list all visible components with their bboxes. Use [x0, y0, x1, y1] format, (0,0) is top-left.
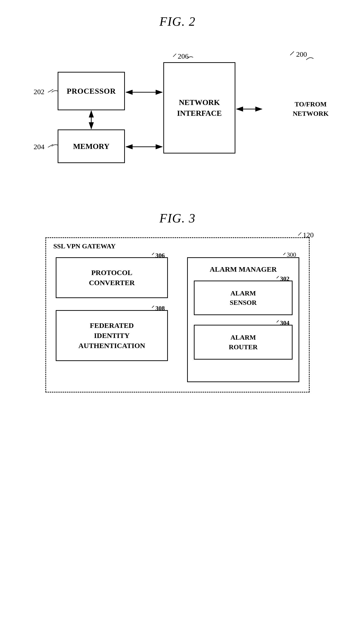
ref-304-label: 304: [280, 319, 290, 328]
protocol-line1: PROTOCOL: [61, 268, 162, 278]
protocol-converter-box: 306 PROTOCOL CONVERTER: [56, 257, 168, 298]
alarm-sensor-box: 302 ALARM SENSOR: [194, 280, 292, 315]
to-from-line1: TO/FROM: [293, 100, 328, 109]
ref-200-label: 200: [296, 50, 307, 58]
fig2-diagram: 200 202 204 206 PROCESSOR MEMORY NETWORK…: [19, 43, 336, 182]
alarm-router-line2: ROUTER: [198, 342, 288, 352]
alarm-sensor-line1: ALARM: [198, 288, 288, 298]
ref-204-label: 204: [34, 143, 44, 151]
to-from-label: TO/FROM NETWORK: [293, 100, 328, 118]
to-from-line2: NETWORK: [293, 109, 328, 118]
ni-line2: INTERFACE: [177, 108, 222, 119]
ssl-vpn-gateway-box: 120 SSL VPN GATEWAY 306 PROTOCOL CONVERT…: [46, 237, 310, 392]
alarm-sensor-line2: SENSOR: [198, 298, 288, 307]
ref-206-label: 206: [178, 52, 188, 60]
ref-300-label: 300: [287, 251, 296, 258]
federated-line1: FEDERATED: [61, 320, 162, 330]
federated-line3: AUTHENTICATION: [61, 340, 162, 351]
federated-line2: IDENTITY: [61, 330, 162, 340]
page: FIG. 2 200 202 204 206 PROCESSOR MEMORY …: [0, 0, 355, 644]
processor-box: PROCESSOR: [58, 72, 125, 110]
ref-202-label: 202: [34, 88, 44, 96]
fig3-inner-layout: 306 PROTOCOL CONVERTER 308 FEDERATED IDE…: [56, 257, 299, 382]
ref-306-label: 306: [156, 251, 165, 260]
ref-308-label: 308: [156, 304, 165, 313]
ref-302-label: 302: [280, 274, 290, 283]
ref-120-label: 120: [303, 231, 314, 239]
alarm-manager-label: ALARM MANAGER: [194, 265, 292, 273]
alarm-manager-box: 300 ALARM MANAGER 302 ALARM SENSOR 304 A…: [187, 257, 299, 382]
alarm-router-line1: ALARM: [198, 333, 288, 342]
fig2-title: FIG. 2: [19, 14, 336, 28]
network-interface-box: NETWORK INTERFACE: [163, 62, 236, 154]
memory-box: MEMORY: [58, 130, 125, 163]
fig3-diagram: 120 SSL VPN GATEWAY 306 PROTOCOL CONVERT…: [46, 237, 310, 392]
fig3-left-column: 306 PROTOCOL CONVERTER 308 FEDERATED IDE…: [56, 257, 168, 382]
federated-identity-box: 308 FEDERATED IDENTITY AUTHENTICATION: [56, 310, 168, 361]
fig3-right-column: 300 ALARM MANAGER 302 ALARM SENSOR 304 A…: [187, 257, 299, 382]
fig3-title: FIG. 3: [19, 211, 336, 225]
alarm-router-box: 304 ALARM ROUTER: [194, 325, 292, 359]
protocol-line2: CONVERTER: [61, 278, 162, 288]
ssl-vpn-label: SSL VPN GATEWAY: [53, 242, 116, 250]
ni-line1: NETWORK: [179, 97, 220, 108]
